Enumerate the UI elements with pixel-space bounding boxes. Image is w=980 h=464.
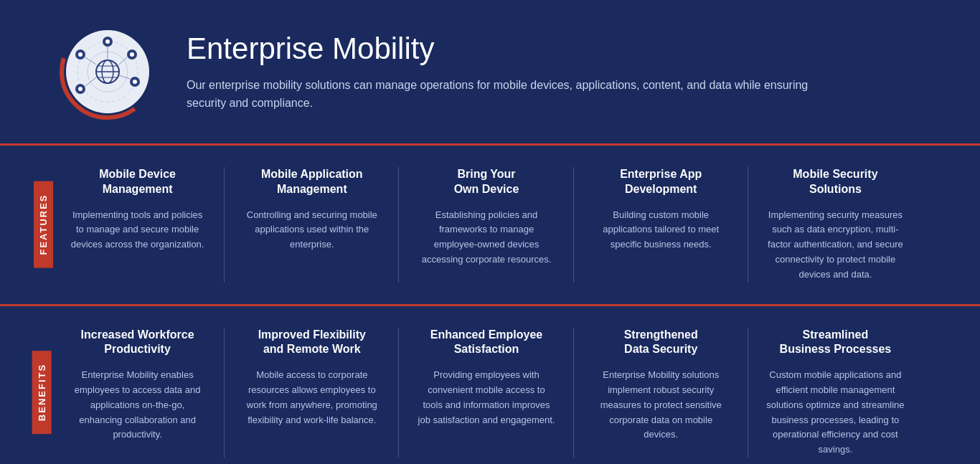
benefit-title-5: StreamlinedBusiness Processes [766,328,905,358]
feature-desc-5: Implementing security measures such as d… [766,208,905,283]
benefits-section: Benefits Increased WorkforceProductivity… [0,304,980,464]
features-label: Features [34,181,53,268]
feature-title-5: Mobile SecuritySolutions [766,167,905,197]
feature-title-4: Enterprise AppDevelopment [592,167,730,197]
benefit-title-3: Enhanced EmployeeSatisfaction [417,328,555,358]
svg-point-10 [105,39,110,44]
feature-item-4: Enterprise AppDevelopment Building custo… [574,167,748,283]
feature-desc-4: Building custom mobile applications tail… [592,208,730,252]
benefit-item-5: StreamlinedBusiness Processes Custom mob… [748,328,923,458]
benefit-item-3: Enhanced EmployeeSatisfaction Providing … [399,328,573,458]
benefit-item-4: StrengthenedData Security Enterprise Mob… [574,328,748,458]
feature-title-2: Mobile ApplicationManagement [242,167,381,197]
benefit-title-4: StrengthenedData Security [592,328,730,358]
feature-item-1: Mobile DeviceManagement Implementing too… [50,167,225,283]
feature-title-1: Mobile DeviceManagement [68,167,207,197]
svg-point-18 [78,87,83,91]
feature-desc-2: Controlling and securing mobile applicat… [242,208,381,252]
page-subtitle: Our enterprise mobility solutions can ma… [187,76,832,113]
header-text: Enterprise Mobility Our enterprise mobil… [187,31,923,113]
benefits-label: Benefits [32,351,52,434]
benefit-item-2: Improved Flexibilityand Remote Work Mobi… [225,328,399,458]
benefit-desc-1: Enterprise Mobility enables employees to… [68,368,207,442]
feature-title-3: Bring YourOwn Device [417,167,555,197]
feature-desc-1: Implementing tools and policies to manag… [68,208,207,252]
benefit-desc-3: Providing employees with convenient mobi… [417,368,555,427]
benefit-desc-4: Enterprise Mobility solutions implement … [592,368,730,442]
svg-point-16 [78,52,83,57]
feature-item-3: Bring YourOwn Device Establishing polici… [399,167,573,283]
benefit-desc-5: Custom mobile applications and efficient… [766,368,905,458]
feature-item-2: Mobile ApplicationManagement Controlling… [225,167,399,283]
benefit-title-2: Improved Flexibilityand Remote Work [242,328,381,358]
benefit-item-1: Increased WorkforceProductivity Enterpri… [50,328,225,458]
benefit-title-1: Increased WorkforceProductivity [68,328,207,358]
page-title: Enterprise Mobility [187,31,923,67]
features-grid: Mobile DeviceManagement Implementing too… [50,167,923,283]
benefit-desc-2: Mobile access to corporate resources all… [242,368,381,427]
header-section: Enterprise Mobility Our enterprise mobil… [0,0,980,143]
benefits-grid: Increased WorkforceProductivity Enterpri… [50,328,923,458]
logo-icon [57,22,158,122]
page-wrapper: Enterprise Mobility Our enterprise mobil… [0,0,980,464]
feature-desc-3: Establishing policies and frameworks to … [417,208,555,267]
svg-point-14 [133,80,137,84]
svg-point-12 [130,52,134,57]
feature-item-5: Mobile SecuritySolutions Implementing se… [748,167,923,283]
features-section: Features Mobile DeviceManagement Impleme… [0,143,980,304]
